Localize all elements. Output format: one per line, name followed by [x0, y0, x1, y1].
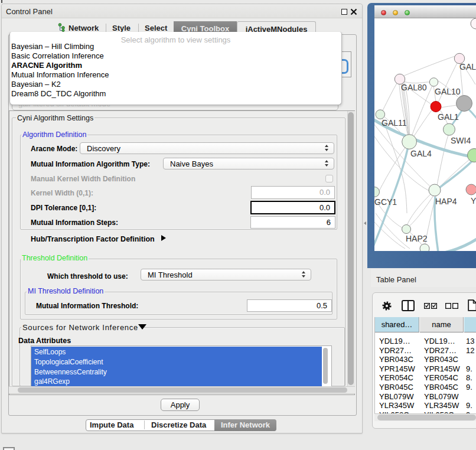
- svg-text:GAL4: GAL4: [410, 149, 432, 158]
- svg-text:Y: Y: [471, 196, 476, 206]
- svg-text:GAL1: GAL1: [438, 112, 459, 122]
- svg-text:HAP4: HAP4: [435, 197, 457, 206]
- svg-text:HAP2: HAP2: [406, 234, 428, 243]
- svg-text:GAL11: GAL11: [382, 118, 407, 128]
- svg-text:GAL10: GAL10: [435, 87, 461, 96]
- svg-text:GCY1: GCY1: [374, 197, 397, 207]
- svg-text:GAL: GAL: [459, 62, 476, 71]
- svg-text:SWI4: SWI4: [451, 136, 471, 145]
- svg-text:GAL80: GAL80: [401, 83, 427, 92]
